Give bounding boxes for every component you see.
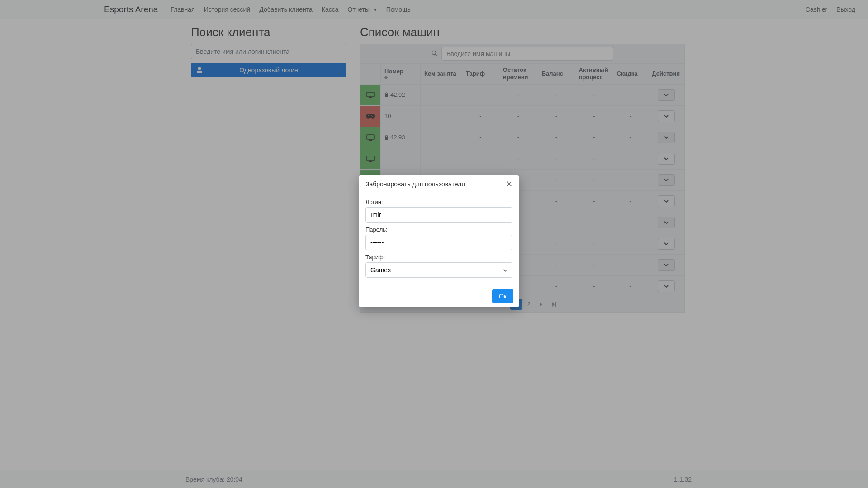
close-icon[interactable]: ✕	[506, 180, 512, 188]
modal-body: Логин: Пароль: Тариф:	[359, 193, 519, 285]
tariff-label: Тариф:	[365, 254, 512, 261]
tariff-select[interactable]	[365, 262, 512, 278]
password-label: Пароль:	[365, 226, 512, 233]
login-label: Логин:	[365, 199, 512, 205]
reserve-modal: Забронировать для пользователя ✕ Логин: …	[359, 175, 519, 307]
password-input[interactable]	[365, 235, 512, 250]
modal-footer: Ок	[359, 285, 519, 307]
modal-header: Забронировать для пользователя ✕	[359, 175, 519, 193]
ok-button[interactable]: Ок	[492, 289, 513, 303]
login-input[interactable]	[365, 207, 512, 223]
modal-title: Забронировать для пользователя	[365, 180, 465, 188]
